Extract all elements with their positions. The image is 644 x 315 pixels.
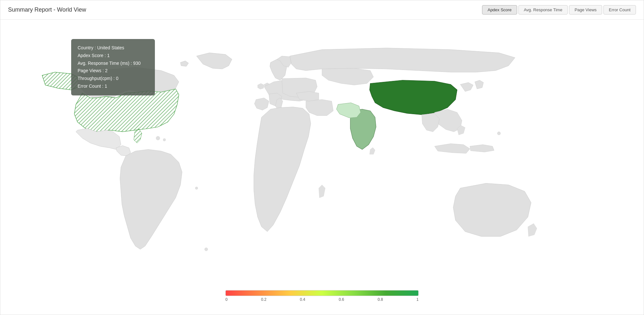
- legend-labels: 0 0.2 0.4 0.6 0.8 1: [225, 297, 419, 302]
- tab-error-count[interactable]: Error Count: [603, 5, 636, 15]
- header: Summary Report - World View Apdex Score …: [0, 0, 644, 20]
- tab-avg-response-time[interactable]: Avg. Response Time: [518, 5, 568, 15]
- legend: 0 0.2 0.4 0.6 0.8 1: [225, 290, 419, 302]
- world-map[interactable]: [0, 20, 644, 315]
- map-container: Country : United States Apdex Score : 1 …: [0, 20, 644, 315]
- svg-point-6: [204, 248, 208, 251]
- legend-label-06: 0.6: [339, 297, 344, 302]
- tab-apdex-score[interactable]: Apdex Score: [482, 5, 517, 15]
- legend-label-04: 0.4: [300, 297, 305, 302]
- legend-color-bar: [225, 290, 419, 296]
- svg-point-5: [195, 187, 198, 189]
- header-tabs: Apdex Score Avg. Response Time Page View…: [482, 5, 636, 15]
- svg-point-2: [156, 136, 160, 140]
- svg-point-4: [497, 132, 500, 135]
- legend-label-0: 0: [225, 297, 228, 302]
- svg-point-3: [163, 139, 166, 141]
- tab-page-views[interactable]: Page Views: [569, 5, 602, 15]
- page-wrapper: Summary Report - World View Apdex Score …: [0, 0, 644, 315]
- page-title: Summary Report - World View: [8, 6, 86, 13]
- legend-label-02: 0.2: [261, 297, 267, 302]
- legend-label-08: 0.8: [378, 297, 383, 302]
- legend-label-1: 1: [416, 297, 419, 302]
